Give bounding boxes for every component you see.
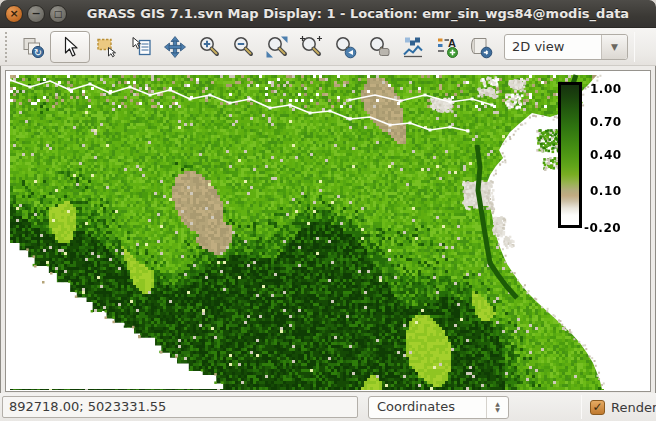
save-display-icon xyxy=(469,35,493,59)
zoom-extent-icon xyxy=(265,35,289,59)
display-map-icon: ↻ xyxy=(21,35,45,59)
zoom-region-button[interactable] xyxy=(294,31,328,63)
zoom-back-button[interactable] xyxy=(328,31,362,63)
pan-button[interactable] xyxy=(158,31,192,63)
save-display-button[interactable] xyxy=(464,31,498,63)
close-button[interactable]: × xyxy=(5,5,23,23)
add-map-elements-button[interactable]: A xyxy=(430,31,464,63)
pointer-button[interactable] xyxy=(50,31,90,63)
pointer-icon xyxy=(58,35,82,59)
toolbar-grip[interactable] xyxy=(5,32,12,62)
analyze-map-button[interactable] xyxy=(396,31,430,63)
render-label: Render xyxy=(611,400,656,415)
spinner-arrows-icon[interactable]: ▲▼ xyxy=(486,397,508,418)
zoom-out-icon xyxy=(231,35,255,59)
statusbar: 892718.00; 5023331.55 Coordinates ▲▼ ✓ R… xyxy=(0,393,656,421)
query-icon xyxy=(129,35,153,59)
statusbar-mode-value: Coordinates xyxy=(369,397,486,418)
legend-colorbar xyxy=(558,82,582,228)
add-map-elements-icon: A xyxy=(435,35,459,59)
select-button[interactable] xyxy=(90,31,124,63)
query-button[interactable] xyxy=(124,31,158,63)
render-group: ✓ Render xyxy=(582,400,656,415)
legend-label: 0.10 xyxy=(590,184,622,198)
legend-label: 0.40 xyxy=(590,148,622,162)
zoom-region-icon xyxy=(299,35,323,59)
zoom-out-button[interactable] xyxy=(226,31,260,63)
legend-label: 0.70 xyxy=(590,115,622,129)
select-icon xyxy=(95,35,119,59)
analyze-map-icon xyxy=(401,35,425,59)
pan-icon xyxy=(163,35,187,59)
legend-label: -0.20 xyxy=(584,221,621,235)
zoom-in-button[interactable] xyxy=(192,31,226,63)
map-legend[interactable]: 1.00 0.70 0.40 0.10 -0.20 xyxy=(558,82,582,228)
map-toolbar: ↻ xyxy=(0,28,656,66)
statusbar-mode-select[interactable]: Coordinates ▲▼ xyxy=(368,396,509,419)
view-mode-select[interactable]: 2D view ▼ xyxy=(504,34,628,60)
zoom-options-icon xyxy=(367,35,391,59)
legend-label: 1.00 xyxy=(590,82,622,96)
minimize-button[interactable]: − xyxy=(27,5,45,23)
map-display-area: 1.00 0.70 0.40 0.10 -0.20 xyxy=(5,70,651,392)
zoom-in-icon xyxy=(197,35,221,59)
chevron-down-icon[interactable]: ▼ xyxy=(601,35,627,59)
render-checkbox[interactable]: ✓ xyxy=(590,400,605,415)
coordinates-display: 892718.00; 5023331.55 xyxy=(2,396,358,418)
titlebar: × − □ GRASS GIS 7.1.svn Map Display: 1 -… xyxy=(0,0,656,28)
zoom-options-button[interactable] xyxy=(362,31,396,63)
display-map-button[interactable]: ↻ xyxy=(16,31,50,63)
svg-text:↻: ↻ xyxy=(34,46,42,57)
zoom-extent-button[interactable] xyxy=(260,31,294,63)
map-raster[interactable] xyxy=(6,71,650,391)
zoom-back-icon xyxy=(333,35,357,59)
toolbar-separator xyxy=(634,32,635,62)
view-mode-value: 2D view xyxy=(505,35,601,59)
maximize-button[interactable]: □ xyxy=(49,5,67,23)
grass-map-display-window: × − □ GRASS GIS 7.1.svn Map Display: 1 -… xyxy=(0,0,656,421)
window-title: GRASS GIS 7.1.svn Map Display: 1 - Locat… xyxy=(70,0,646,28)
